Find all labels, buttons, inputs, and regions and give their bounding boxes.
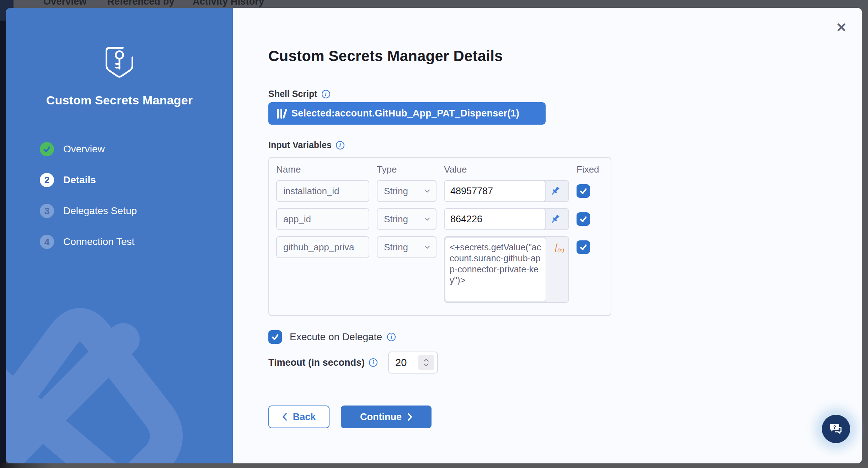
variable-type-select[interactable]: String	[377, 208, 436, 230]
execute-on-delegate-row: Execute on Delegate i	[268, 330, 396, 344]
chevron-right-icon	[407, 413, 412, 421]
variable-value-group	[444, 180, 569, 202]
step-number: 3	[40, 204, 54, 218]
chevron-down-icon	[424, 245, 430, 249]
variable-value-input[interactable]	[444, 180, 546, 202]
tab-referenced-by[interactable]: Referenced by	[107, 0, 175, 7]
step-done-check-icon	[40, 142, 54, 156]
shell-script-template-button[interactable]: Selected:account.GitHub_App_PAT_Dispense…	[268, 102, 546, 125]
variable-expression-box: <+secrets.getValue("account.suranc-githu…	[444, 236, 569, 303]
step-label: Connection Test	[63, 236, 134, 247]
chat-question-icon: ?	[828, 422, 844, 436]
shell-script-label-text: Shell Script	[268, 89, 317, 99]
continue-button[interactable]: Continue	[341, 406, 432, 428]
timeout-input-box	[388, 352, 438, 374]
info-icon[interactable]: i	[322, 90, 330, 98]
step-number: 2	[40, 173, 54, 187]
brand-watermark-logo	[6, 299, 233, 463]
chevron-down-icon	[424, 217, 430, 221]
column-header-type: Type	[377, 164, 436, 175]
timeout-stepper[interactable]	[418, 355, 434, 370]
wizard-title: Custom Secrets Manager	[6, 93, 233, 107]
custom-secrets-manager-modal: Custom Secrets Manager Overview 2 Detail…	[6, 8, 862, 463]
timeout-row: Timeout (in seconds) i	[268, 352, 438, 374]
expression-fx-icon[interactable]: f(x)	[555, 242, 564, 254]
variable-name-input[interactable]	[276, 236, 369, 258]
tab-overview[interactable]: Overview	[43, 0, 87, 7]
page-title: Custom Secrets Manager Details	[268, 48, 503, 65]
type-select-value: String	[384, 214, 408, 225]
table-header-row: Name Type Value Fixed	[276, 164, 604, 175]
shell-script-label: Shell Script i	[268, 89, 330, 99]
info-icon[interactable]: i	[336, 141, 344, 149]
info-icon[interactable]: i	[369, 358, 377, 367]
close-icon[interactable]: ✕	[834, 20, 849, 36]
expression-textarea[interactable]: <+secrets.getValue("account.suranc-githu…	[445, 237, 546, 302]
input-variables-label-text: Input Variables	[268, 140, 332, 150]
input-variables-label: Input Variables i	[268, 140, 344, 150]
template-library-icon	[277, 109, 286, 119]
step-label: Overview	[63, 143, 105, 155]
tab-activity-history[interactable]: Activity History	[193, 0, 264, 7]
chevron-up-icon	[423, 359, 429, 362]
step-label: Details	[63, 174, 96, 186]
expression-text: <+secrets.getValue("account.suranc-githu…	[450, 242, 541, 286]
fixed-checkbox[interactable]	[577, 184, 590, 198]
back-button-label: Back	[293, 412, 316, 423]
execute-on-delegate-label: Execute on Delegate i	[290, 331, 396, 343]
step-delegates-setup[interactable]: 3 Delegates Setup	[40, 204, 233, 218]
chevron-down-icon	[423, 363, 429, 366]
timeout-label-text: Timeout (in seconds)	[268, 357, 365, 368]
execute-on-delegate-label-text: Execute on Delegate	[290, 331, 382, 343]
column-header-value: Value	[444, 164, 569, 175]
step-label: Delegates Setup	[63, 205, 137, 217]
fixed-checkbox-cell	[577, 184, 598, 198]
svg-text:?: ?	[833, 424, 836, 430]
app-nav-strip	[0, 21, 6, 468]
chevron-down-icon	[424, 189, 430, 193]
step-overview[interactable]: Overview	[40, 142, 233, 156]
step-details[interactable]: 2 Details	[40, 173, 233, 187]
pin-icon	[550, 214, 561, 224]
variable-name-input[interactable]	[276, 208, 369, 230]
help-chat-button[interactable]: ?	[822, 415, 850, 443]
info-icon[interactable]: i	[387, 333, 396, 341]
wizard-buttons: Back Continue	[268, 406, 432, 428]
step-number: 4	[40, 235, 54, 249]
continue-button-label: Continue	[360, 412, 402, 423]
variable-type-select[interactable]: String	[377, 236, 436, 258]
shell-script-selected-text: Selected:account.GitHub_App_PAT_Dispense…	[291, 108, 519, 119]
table-row: String	[276, 180, 604, 202]
background-bottom-bar	[0, 463, 868, 468]
timeout-label: Timeout (in seconds) i	[268, 357, 377, 368]
type-select-value: String	[384, 186, 408, 197]
back-button[interactable]: Back	[268, 406, 329, 428]
screen: Overview Referenced by Activity History …	[0, 0, 868, 468]
chevron-left-icon	[282, 413, 287, 421]
execute-on-delegate-checkbox[interactable]	[268, 330, 282, 344]
fixed-checkbox-cell	[577, 240, 598, 254]
variable-value-input[interactable]	[444, 208, 546, 230]
column-header-name: Name	[276, 164, 369, 175]
variable-type-select[interactable]: String	[377, 180, 436, 202]
fixed-checkbox-cell	[577, 212, 598, 226]
wizard-sidebar: Custom Secrets Manager Overview 2 Detail…	[6, 8, 233, 463]
details-panel: ✕ Custom Secrets Manager Details Shell S…	[233, 8, 862, 463]
step-connection-test[interactable]: 4 Connection Test	[40, 235, 233, 249]
type-select-value: String	[384, 242, 408, 253]
variable-value-group	[444, 208, 569, 230]
fixed-checkbox[interactable]	[577, 240, 590, 254]
fixed-checkbox[interactable]	[577, 212, 590, 226]
table-row: String	[276, 208, 604, 230]
input-variables-table: Name Type Value Fixed String	[268, 157, 611, 316]
pin-icon	[550, 186, 561, 196]
table-row: String <+secrets.getValue("account.suran…	[276, 236, 604, 303]
column-header-fixed: Fixed	[577, 164, 598, 175]
wizard-steps: Overview 2 Details 3 Delegates Setup 4 C…	[40, 142, 233, 249]
variable-name-input[interactable]	[276, 180, 369, 202]
timeout-input[interactable]	[395, 357, 416, 369]
secrets-manager-shield-key-icon	[101, 45, 138, 79]
